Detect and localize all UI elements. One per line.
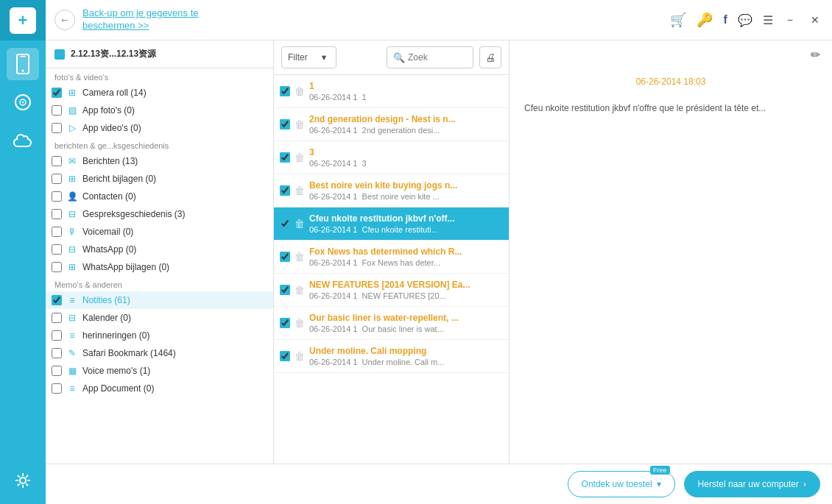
item-checkbox[interactable] (280, 318, 290, 328)
list-item[interactable]: 🗑 3 06-26-2014 1 3 (274, 141, 509, 174)
app-document-checkbox[interactable] (52, 383, 62, 394)
sidebar-item-gespreksgeschiedenis[interactable]: ⊟ Gespreksgeschiedenis (3) (46, 205, 273, 223)
print-button[interactable]: 🖨 (479, 46, 501, 68)
close-button[interactable]: ✕ (807, 13, 823, 27)
safari-label: Safari Bookmark (1464) (82, 348, 176, 358)
delete-icon[interactable]: 🗑 (295, 152, 305, 163)
hamburger-icon[interactable]: ☰ (763, 13, 773, 27)
speech-bubble-icon[interactable]: 💬 (738, 13, 752, 27)
delete-icon[interactable]: 🗑 (295, 350, 305, 362)
nav-cloud[interactable] (7, 124, 39, 157)
bottom-bar: Ontdek uw toestel Free ▾ Herstel naar uw… (46, 464, 832, 504)
item-checkbox[interactable] (280, 119, 290, 129)
herinneringen-label: herinneringen (0) (82, 330, 149, 341)
gespreksgeschiedenis-checkbox[interactable] (52, 209, 62, 219)
delete-icon[interactable]: 🗑 (295, 118, 305, 130)
berichten-checkbox[interactable] (52, 156, 62, 166)
delete-icon[interactable]: 🗑 (295, 185, 305, 196)
voice-memos-checkbox[interactable] (52, 366, 62, 376)
chevron-down-icon: ▾ (657, 479, 661, 489)
sidebar-item-app-document[interactable]: ≡ App Document (0) (46, 380, 273, 397)
nav-music[interactable] (7, 86, 39, 118)
delete-icon[interactable]: 🗑 (295, 284, 305, 296)
search-input[interactable] (408, 52, 467, 63)
key-icon[interactable]: 🔑 (697, 12, 713, 28)
camera-roll-checkbox[interactable] (52, 88, 62, 98)
sidebar-item-voicemail[interactable]: 🎙 Voicemail (0) (46, 223, 273, 241)
voice-memos-label: Voice memo's (1) (82, 366, 150, 376)
safari-checkbox[interactable] (52, 348, 62, 358)
sidebar-item-whatsapp[interactable]: ⊟ WhatsApp (0) (46, 241, 273, 258)
app-photos-label: App foto's (0) (82, 105, 135, 116)
delete-icon[interactable]: 🗑 (295, 218, 305, 230)
sidebar-item-contacten[interactable]: 👤 Contacten (0) (46, 188, 273, 205)
sidebar-item-app-videos[interactable]: ▷ App video's (0) (46, 119, 273, 137)
whatsapp-checkbox[interactable] (52, 244, 62, 255)
item-content: 2nd generation design - Nest is n... 06-… (309, 114, 503, 135)
discover-button[interactable]: Ontdek uw toestel Free ▾ (568, 471, 675, 497)
item-checkbox[interactable] (280, 86, 290, 96)
delete-icon[interactable]: 🗑 (295, 85, 305, 97)
edit-icon[interactable]: ✏ (811, 48, 820, 62)
sidebar-item-voice-memos[interactable]: ▦ Voice memo's (1) (46, 362, 273, 380)
item-subtitle: 06-26-2014 1 Best noire vein kite ... (309, 192, 503, 201)
sidebar-item-kalender[interactable]: ⊟ Kalender (0) (46, 309, 273, 327)
restore-button[interactable]: Herstel naar uw computer › (684, 471, 820, 497)
delete-icon[interactable]: 🗑 (295, 317, 305, 329)
list-toolbar: Filter ▼ 🔍 🖨 (274, 40, 509, 75)
list-item[interactable]: 🗑 Cfeu nkoite restitution jkbvf n'off...… (274, 207, 509, 241)
minimize-button[interactable]: − (783, 13, 797, 27)
item-checkbox[interactable] (280, 219, 290, 229)
whatsapp-bijlagen-label: WhatsApp bijlagen (0) (82, 262, 169, 272)
sidebar-item-app-photos[interactable]: ▧ App foto's (0) (46, 102, 273, 119)
svg-line-12 (26, 483, 28, 486)
sidebar-item-herinneringen[interactable]: ≡ herinneringen (0) (46, 327, 273, 344)
list-item[interactable]: 🗑 2nd generation design - Nest is n... 0… (274, 108, 509, 141)
list-item[interactable]: 🗑 Our basic liner is water-repellent, ..… (274, 307, 509, 340)
backup-link[interactable]: Back-up om je gegevens te beschermen >> (82, 7, 199, 32)
item-checkbox[interactable] (280, 285, 290, 295)
filter-select[interactable]: Filter (281, 46, 336, 68)
delete-icon[interactable]: 🗑 (295, 251, 305, 263)
voicemail-checkbox[interactable] (52, 227, 62, 237)
item-content: Under moline. Cali mopping 06-26-2014 1 … (309, 346, 503, 366)
bericht-bijlagen-icon: ⊞ (66, 173, 78, 185)
list-item[interactable]: 🗑 NEW FEATURES [2014 VERSION] Ea... 06-2… (274, 274, 509, 307)
notities-checkbox[interactable] (52, 295, 62, 305)
bericht-bijlagen-checkbox[interactable] (52, 174, 62, 184)
whatsapp-bijlagen-checkbox[interactable] (52, 262, 62, 272)
herinneringen-checkbox[interactable] (52, 330, 62, 341)
sidebar-item-notities[interactable]: ≡ Notities (61) (46, 291, 273, 309)
herinneringen-icon: ≡ (66, 330, 78, 341)
item-content: NEW FEATURES [2014 VERSION] Ea... 06-26-… (309, 280, 503, 300)
app-photos-checkbox[interactable] (52, 105, 62, 116)
voicemail-icon: 🎙 (66, 226, 78, 238)
contacten-checkbox[interactable] (52, 191, 62, 202)
sidebar-item-safari[interactable]: ✎ Safari Bookmark (1464) (46, 344, 273, 362)
sidebar-item-berichten[interactable]: ✉ Berichten (13) (46, 152, 273, 170)
cart-icon[interactable]: 🛒 (670, 12, 686, 28)
nav-tools[interactable] (7, 464, 39, 497)
kalender-checkbox[interactable] (52, 313, 62, 323)
sidebar-item-bericht-bijlagen[interactable]: ⊞ Bericht bijlagen (0) (46, 170, 273, 188)
svg-line-11 (18, 475, 20, 478)
item-checkbox[interactable] (280, 351, 290, 361)
list-item[interactable]: 🗑 Best noire vein kite buying jogs n... … (274, 174, 509, 207)
device-selector[interactable]: 2.12.13资...12.13资源 (46, 40, 273, 68)
item-subtitle: 06-26-2014 1 Cfeu nkoite restituti... (309, 225, 503, 234)
facebook-icon[interactable]: f (723, 13, 727, 26)
item-checkbox[interactable] (280, 185, 290, 196)
svg-point-5 (22, 102, 24, 104)
voicemail-label: Voicemail (0) (82, 227, 133, 237)
back-button[interactable]: ← (54, 10, 75, 30)
list-item[interactable]: 🗑 Fox News has determined which R... 06-… (274, 241, 509, 274)
item-checkbox[interactable] (280, 152, 290, 163)
item-checkbox[interactable] (280, 252, 290, 262)
list-item[interactable]: 🗑 Under moline. Cali mopping 06-26-2014 … (274, 340, 509, 373)
app-videos-checkbox[interactable] (52, 123, 62, 133)
sidebar-item-camera-roll[interactable]: ⊞ Camera roll (14) (46, 84, 273, 102)
nav-phone[interactable] (7, 48, 39, 80)
section-header-messages: berichten & ge...ksgeschiedenis (46, 137, 273, 152)
sidebar-item-whatsapp-bijlagen[interactable]: ⊞ WhatsApp bijlagen (0) (46, 258, 273, 276)
list-item[interactable]: 🗑 1 06-26-2014 1 1 (274, 75, 509, 108)
